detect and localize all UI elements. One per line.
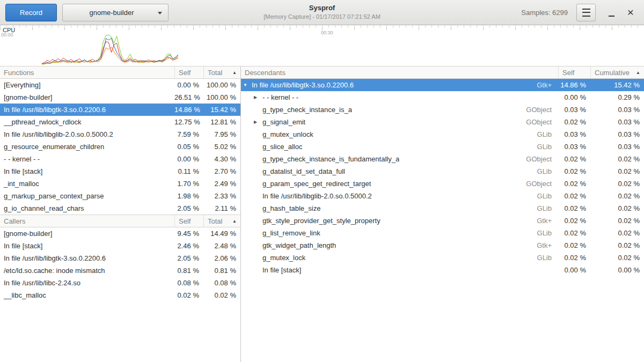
library-tag: Gtk+ — [532, 79, 558, 91]
self-value: 0.02 % — [174, 289, 203, 301]
table-row[interactable]: In file [stack]2.46 %2.48 % — [0, 240, 240, 252]
table-row[interactable]: In file /usr/lib/libgtk-3.so.0.2200.614.… — [0, 104, 240, 116]
tree-row[interactable]: ▶g_signal_emitGObject0.02 %0.03 % — [241, 116, 644, 128]
tree-row[interactable]: gtk_widget_path_lengthGtk+0.02 %0.02 % — [241, 239, 644, 252]
total-value: 2.70 % — [203, 165, 240, 178]
column-header-total[interactable]: Total ▲ — [203, 67, 240, 78]
tree-row[interactable]: g_type_check_instance_is_fundamentally_a… — [241, 153, 644, 165]
cpu-graph-area[interactable]: CPU 00:00 00:30 — [0, 25, 644, 66]
tree-row[interactable]: g_datalist_id_set_data_fullGLib0.02 %0.0… — [241, 165, 644, 178]
tree-row[interactable]: In file [stack]0.00 %0.00 % — [241, 264, 644, 276]
tree-row[interactable]: g_type_check_instance_is_aGObject0.03 %0… — [241, 104, 644, 116]
function-name: In file [stack] — [0, 240, 174, 252]
left-pane: Functions Self Total ▲ [Everything]0.00 … — [0, 66, 240, 362]
cumulative-value: 0.03 % — [590, 116, 644, 128]
table-row[interactable]: g_io_channel_read_chars2.05 %2.11 % — [0, 202, 240, 215]
table-row[interactable]: In file /usr/lib/libglib-2.0.so.0.5000.2… — [0, 128, 240, 141]
tree-row[interactable]: In file /usr/lib/libglib-2.0.so.0.5000.2… — [241, 190, 644, 202]
column-header-callers[interactable]: Callers — [0, 215, 174, 227]
self-value: 0.02 % — [558, 165, 590, 178]
table-row[interactable]: - - kernel - -0.00 %4.30 % — [0, 153, 240, 165]
library-tag: Gtk+ — [532, 215, 558, 227]
table-row[interactable]: [gnome-builder]26.51 %100.00 % — [0, 91, 240, 104]
column-header-cumulative[interactable]: Cumulative ▲ — [590, 67, 644, 78]
function-name: _int_malloc — [0, 178, 174, 190]
table-row[interactable]: _int_malloc1.70 %2.49 % — [0, 178, 240, 190]
self-value: 0.02 % — [558, 178, 590, 190]
functions-table-header: Functions Self Total ▲ — [0, 66, 240, 79]
cumulative-value: 0.02 % — [590, 239, 644, 252]
cumulative-value: 0.03 % — [590, 128, 644, 141]
self-value: 26.51 % — [174, 91, 203, 104]
record-button[interactable]: Record — [5, 4, 57, 21]
library-tag: GLib — [533, 227, 558, 239]
name-column: ▶g_signal_emitGObject — [241, 116, 558, 128]
total-value: 14.49 % — [203, 227, 240, 240]
cumulative-value: 0.29 % — [590, 91, 644, 104]
close-button[interactable]: × — [623, 4, 639, 21]
minimize-button[interactable] — [603, 4, 619, 21]
descendants-table: ▼In file /usr/lib/libgtk-3.so.0.2200.6Gt… — [241, 79, 644, 276]
cumulative-value: 0.02 % — [590, 178, 644, 190]
callers-table: [gnome-builder]9.45 %14.49 %In file [sta… — [0, 227, 240, 301]
function-name: gtk_style_provider_get_style_property — [262, 215, 380, 227]
tree-row[interactable]: g_mutex_unlockGLib0.03 %0.03 % — [241, 128, 644, 141]
cumulative-value: 0.02 % — [590, 215, 644, 227]
function-name: In file /usr/lib/libgtk-3.so.0.2200.6 — [252, 79, 354, 91]
table-row[interactable]: /etc/ld.so.cache: inode mismatch0.81 %0.… — [0, 264, 240, 277]
self-value: 0.00 % — [558, 91, 590, 104]
library-tag: GObject — [522, 153, 558, 165]
table-row[interactable]: In file [stack]0.11 %2.70 % — [0, 165, 240, 178]
table-row[interactable]: __pthread_rwlock_rdlock12.75 %12.81 % — [0, 116, 240, 128]
column-header-self[interactable]: Self — [558, 67, 590, 78]
function-name: In file [stack] — [262, 264, 301, 276]
table-row[interactable]: [gnome-builder]9.45 %14.49 % — [0, 227, 240, 240]
self-value: 1.98 % — [174, 190, 203, 202]
expander-icon[interactable]: ▶ — [254, 116, 262, 128]
tree-row[interactable]: gtk_style_provider_get_style_propertyGtk… — [241, 215, 644, 227]
function-name: g_slice_alloc — [262, 141, 302, 153]
tree-row[interactable]: g_mutex_lockGLib0.02 %0.02 % — [241, 252, 644, 264]
column-header-self[interactable]: Self — [174, 215, 203, 227]
table-row[interactable]: In file /usr/lib/libc-2.24.so0.08 %0.08 … — [0, 277, 240, 289]
tree-row[interactable]: ▼In file /usr/lib/libgtk-3.so.0.2200.6Gt… — [241, 79, 644, 91]
library-tag: GLib — [533, 141, 558, 153]
column-header-functions[interactable]: Functions — [0, 67, 174, 78]
tree-row[interactable]: g_param_spec_get_redirect_targetGObject0… — [241, 178, 644, 190]
library-tag: GLib — [533, 165, 558, 178]
sort-indicator-icon: ▲ — [232, 219, 237, 224]
app-title: Sysprof — [264, 4, 380, 13]
function-name: g_markup_parse_context_parse — [0, 190, 174, 202]
menu-button[interactable] — [576, 4, 596, 21]
headerbar-right: Samples: 6299 × — [521, 4, 639, 21]
self-value: 0.00 % — [174, 153, 203, 165]
tree-row[interactable]: g_hash_table_sizeGLib0.02 %0.02 % — [241, 202, 644, 215]
tree-row[interactable]: ▶- - kernel - -0.00 %0.29 % — [241, 91, 644, 104]
function-name: - - kernel - - — [262, 91, 298, 104]
process-selector-dropdown[interactable]: gnome-builder — [62, 4, 169, 21]
tree-row[interactable]: g_list_remove_linkGLib0.02 %0.02 % — [241, 227, 644, 239]
column-header-descendants[interactable]: Descendants — [241, 67, 558, 78]
column-header-total[interactable]: Total ▲ — [203, 215, 240, 227]
expander-icon[interactable]: ▼ — [243, 79, 252, 91]
total-value: 5.02 % — [203, 141, 240, 153]
function-name: [Everything] — [0, 79, 174, 91]
library-tag: GLib — [533, 190, 558, 202]
minimize-icon — [609, 16, 614, 17]
headerbar: Record gnome-builder Sysprof [Memory Cap… — [0, 0, 644, 25]
cumulative-value: 0.03 % — [590, 104, 644, 116]
self-value: 2.05 % — [174, 202, 203, 215]
total-value: 2.48 % — [203, 240, 240, 252]
table-row[interactable]: __libc_malloc0.02 %0.02 % — [0, 289, 240, 301]
table-row[interactable]: In file /usr/lib/libgtk-3.so.0.2200.62.0… — [0, 252, 240, 264]
tree-row[interactable]: g_slice_allocGLib0.03 %0.03 % — [241, 141, 644, 153]
table-row[interactable]: g_markup_parse_context_parse1.98 %2.33 % — [0, 190, 240, 202]
self-value: 0.02 % — [558, 116, 590, 128]
table-row[interactable]: g_resource_enumerate_children0.05 %5.02 … — [0, 141, 240, 153]
column-header-self[interactable]: Self — [174, 67, 203, 78]
function-name: g_list_remove_link — [262, 227, 320, 239]
name-column: g_slice_allocGLib — [241, 141, 558, 153]
function-name: - - kernel - - — [0, 153, 174, 165]
table-row[interactable]: [Everything]0.00 %100.00 % — [0, 79, 240, 91]
expander-icon[interactable]: ▶ — [254, 91, 262, 104]
